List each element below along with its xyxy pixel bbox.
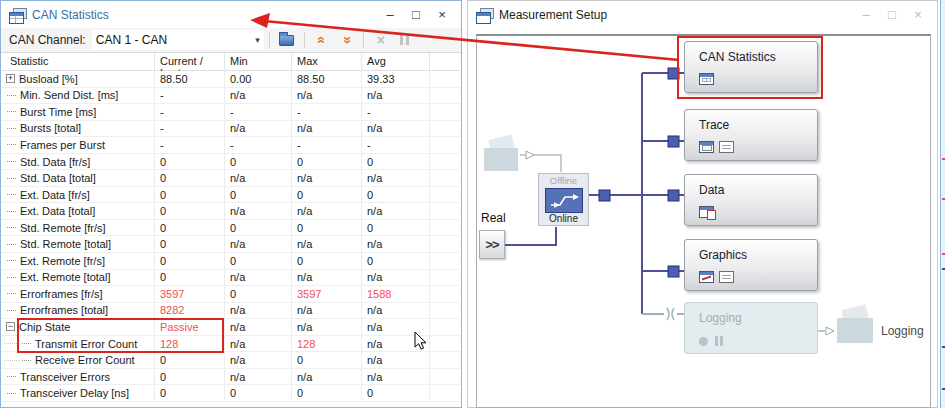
can-statistics-app-icon [9,8,26,22]
tree-branch-icon [7,111,16,112]
row-spacer [429,121,460,137]
statistic-value: - [154,121,224,137]
row-spacer [429,369,460,385]
collapse-icon[interactable]: − [6,322,15,331]
window-data-icon [699,206,714,218]
logging-output-folder-icon[interactable] [837,311,873,343]
table-row[interactable]: Receive Error Count0n/a0n/a [2,352,460,369]
statistic-value: - [291,137,361,153]
statistic-value: n/a [361,369,429,385]
statistic-value: n/a [224,319,291,335]
statistic-label: −Chip State [2,319,154,335]
minimize-button[interactable]: – [377,7,403,22]
row-spacer [429,220,460,236]
can-statistics-titlebar[interactable]: CAN Statistics – □ × [1,1,461,28]
statistic-value: 0 [291,154,361,170]
statistic-value: - [291,104,361,120]
table-row[interactable]: Transmit Error Count128n/a128n/a [2,336,460,353]
statistic-value: n/a [224,236,291,252]
column-header-current[interactable]: Current / Last [154,53,224,70]
table-row[interactable]: Errorframes [total]8282n/an/an/a [2,303,460,320]
block-graphics[interactable]: Graphics [684,239,818,291]
tree-branch-icon [7,178,16,179]
column-header-statistic[interactable]: Statistic [2,53,154,70]
statistic-value: 128 [291,336,361,352]
row-spacer [429,137,460,153]
row-spacer [429,187,460,203]
window-graphics-icon [699,271,714,283]
block-logging[interactable]: Logging [684,302,818,354]
screenshot-root: CAN Statistics – □ × CAN Channel: CAN 1 … [0,0,945,408]
table-row[interactable]: Ext. Remote [fr/s]0000 [2,253,460,270]
block-can-statistics[interactable]: CAN Statistics [684,41,818,93]
block-data[interactable]: Data [684,174,818,226]
online-offline-switch[interactable]: Offline Online [538,173,589,226]
statistic-label: Ext. Data [total] [2,203,154,219]
expand-all-icon: « [339,36,353,44]
tree-branch-icon [7,393,16,394]
tree-branch-icon [7,244,16,245]
table-row[interactable]: Std. Remote [total]0n/an/an/a [2,236,460,253]
row-spacer [429,303,460,319]
table-header: Statistic Current / Last Min Max Avg [2,53,460,71]
statistic-label: Ext. Remote [fr/s] [2,253,154,269]
statistic-value: 0 [154,203,224,219]
table-row[interactable]: Ext. Remote [total]0n/an/an/a [2,270,460,287]
table-row[interactable]: Frames per Burst---- [2,137,460,154]
statistic-value: 0 [291,385,361,401]
table-row[interactable]: Ext. Data [fr/s]0000 [2,187,460,204]
table-row[interactable]: Errorframes [fr/s]3597035971588 [2,286,460,303]
statistic-value: n/a [291,303,361,319]
column-header-avg[interactable]: Avg [361,53,429,70]
statistic-value: n/a [291,319,361,335]
block-trace[interactable]: Trace [684,109,818,161]
table-row[interactable]: Transceiver Errors0n/an/an/a [2,369,460,386]
table-row[interactable]: Min. Send Dist. [ms]-n/an/an/a [2,88,460,105]
table-row[interactable]: Bursts [total]-n/an/an/a [2,121,460,138]
expand-icon[interactable]: + [6,74,15,83]
expand-all-button[interactable]: « [334,30,358,50]
statistic-value: 0 [154,352,224,368]
offline-source-folder-icon[interactable] [484,141,518,171]
statistic-value: n/a [291,270,361,286]
tree-branch-icon [7,161,16,162]
tree-branch-icon [7,376,16,377]
window-trace-icon [699,141,714,153]
table-row[interactable]: Burst Time [ms]---- [2,104,460,121]
table-row[interactable]: +Busload [%]88.500.0088.5039.33 [2,71,460,88]
open-folder-button[interactable] [275,30,299,50]
background-window-sliver [940,0,945,408]
table-row[interactable]: Std. Data [fr/s]0000 [2,154,460,171]
block-label: Graphics [699,248,817,262]
close-button[interactable]: × [429,7,455,22]
column-header-max[interactable]: Max [291,53,361,70]
statistic-label: Std. Data [fr/s] [2,154,154,170]
collapse-all-button[interactable]: « [310,30,334,50]
maximize-button[interactable]: □ [403,7,429,22]
window-title: CAN Statistics [32,8,109,22]
statistic-label: Transmit Error Count [2,336,154,352]
column-header-min[interactable]: Min [224,53,291,70]
document-icon [719,271,734,283]
table-row[interactable]: Ext. Data [total]0n/an/an/a [2,203,460,220]
row-spacer [429,319,460,335]
real-bus-block[interactable]: >> [479,230,505,259]
statistic-value: 39.33 [361,71,429,87]
table-row[interactable]: Std. Data [total]0n/an/an/a [2,170,460,187]
statistics-table-body: +Busload [%]88.500.0088.5039.33Min. Send… [2,71,460,407]
statistic-value: n/a [361,303,429,319]
statistic-value: n/a [291,88,361,104]
statistic-label: +Busload [%] [2,71,154,87]
row-spacer [429,270,460,286]
statistic-value: 0 [291,253,361,269]
table-row[interactable]: Transceiver Delay [ns]0000 [2,385,460,402]
can-channel-select[interactable]: CAN 1 - CAN ▾ [92,30,264,50]
table-row[interactable]: Std. Remote [fr/s]0000 [2,220,460,237]
table-row[interactable]: −Chip StatePassiven/an/an/a [2,319,460,336]
chevron-down-icon: ▾ [255,35,260,45]
row-spacer [429,336,460,352]
statistic-label: Errorframes [total] [2,303,154,319]
tree-branch-icon [7,128,16,129]
statistic-value: n/a [224,121,291,137]
row-spacer [429,236,460,252]
